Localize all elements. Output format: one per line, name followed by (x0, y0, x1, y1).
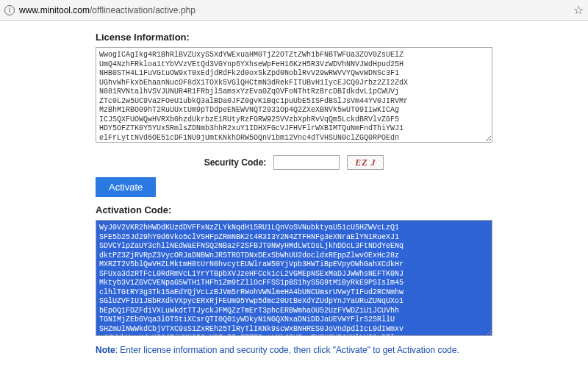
activation-code-wrap (96, 220, 492, 338)
activation-code-textarea[interactable] (96, 220, 492, 336)
activate-button[interactable]: Activate (96, 177, 156, 197)
security-code-input[interactable] (273, 155, 340, 170)
note-text: Note: Enter license information and secu… (96, 344, 492, 357)
security-code-label: Security Code: (204, 157, 267, 168)
activation-code-title: Activation Code: (96, 204, 492, 215)
note-prefix: Note (96, 345, 115, 355)
note-body: : Enter license information and security… (115, 345, 459, 355)
url-text[interactable]: www.minitool.com/offlineactivation/activ… (19, 5, 569, 15)
security-code-row: Security Code: EZ J (96, 155, 492, 170)
url-path: /offlineactivation/active.php (90, 5, 196, 15)
site-info-icon[interactable]: i (4, 5, 15, 15)
license-info-textarea[interactable] (96, 47, 492, 143)
license-info-title: License Information: (96, 32, 492, 43)
page-content: License Information: Security Code: EZ J… (88, 32, 500, 357)
url-domain: www.minitool.com (19, 5, 90, 15)
captcha-image: EZ J (347, 155, 384, 170)
browser-url-bar: i www.minitool.com/offlineactivation/act… (0, 0, 588, 21)
bookmark-star-icon[interactable]: ☆ (573, 3, 584, 17)
